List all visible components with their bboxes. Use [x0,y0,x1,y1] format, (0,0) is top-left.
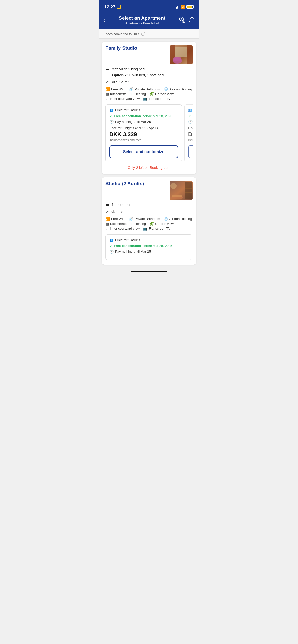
room-size-studio: ⤢ Size: 28 m² [105,210,193,214]
price-cards-wrapper-1: 👥 Price for 2 adults ✓ Free cancellation… [105,104,193,163]
svg-rect-13 [185,182,192,199]
bed-option-2: Option 2: 1 twin bed, 1 sofa bed [105,73,193,78]
price-card-s1: 👥 Price for 2 adults ✓ Free cancellation… [105,234,192,260]
amenity-s-garden-label: Garden view [155,222,174,226]
amenity-s-wifi-label: Free WiFi [111,217,125,221]
amenity-heating-label: Heating [134,92,146,96]
free-cancel-label-s1: Free cancellation [114,244,141,248]
free-cancel-s1: ✓ Free cancellation before Mar 28, 2025 [109,244,188,248]
garden-icon: 🌿 [150,92,154,96]
amenities-family-studio: 📶 Free WiFi 🚿 Private Bathroom ❄️ Air co… [105,87,193,101]
amenity-garden-label: Garden view [155,92,174,96]
adults-s1: 👥 Price for 2 adults [109,238,188,242]
tv-icon-s: 📺 [143,227,147,231]
amenity-row-2: ▦ Kitchenette ✓ Heating 🌿 Garden view [105,92,193,96]
amenity-wifi: 📶 Free WiFi [105,87,125,91]
status-time: 12.27 🌙 [104,4,122,10]
price-amount-2: DKK 4,100 [188,131,193,138]
price-amount-1: DKK 3,229 [109,131,178,138]
amenity-bathroom-label: Private Bathroom [134,87,160,91]
free-cancel-date-s1: before Mar 28, 2025 [142,244,172,248]
amenity-kitchenette: ▦ Kitchenette [105,92,127,96]
pay-nothing-text-s1: Pay nothing until Mar 25 [115,250,151,253]
size-text: Size: 34 m² [111,80,129,84]
size-text-2: Size: 28 m² [111,210,129,214]
wifi-icon: 📶 [105,87,110,91]
room-image-family-studio [170,45,193,64]
svg-point-19 [170,183,177,189]
pay-nothing-2: 🕐 Pay nothing until Mar 25 [188,120,193,124]
amenity-s-ac: ❄️ Air conditioning [164,217,192,221]
moon-icon: 🌙 [116,5,122,9]
amenity-tv: 📺 Flat-screen TV [143,97,170,101]
free-cancel-1: ✓ Free cancellation before Mar 28, 2025 [109,114,178,118]
free-cancel-date-1: before Mar 28, 2025 [142,114,172,118]
room-size-family-studio: ⤢ Size: 34 m² [105,80,193,84]
free-cancel-2: ✓ Free cancellation before Mar 28, 2025 [188,114,193,118]
kitchenette-icon: ▦ [105,92,109,96]
amenity-s-heating-label: Heating [134,222,146,226]
price-card-2: 👥 Price for 2 adults ✓ Free cancellation… [184,104,193,162]
bed-option-queen: 🛏 1 queen bed [105,202,193,208]
bed-icon-1: 🛏 [105,67,110,72]
select-button-2[interactable]: Select and customize [188,145,193,158]
bathroom-icon-s: 🚿 [129,217,133,221]
amenity-courtyard-label: Inner courtyard view [110,97,140,101]
battery-icon [186,5,194,9]
amenity-s-tv-label: Flat-screen TV [149,227,170,230]
check-icon-1: ✓ [109,114,112,118]
amenity-s-tv: 📺 Flat-screen TV [143,227,170,231]
price-cards-row-1: 👥 Price for 2 adults ✓ Free cancellation… [105,104,193,162]
amenity-garden: 🌿 Garden view [150,92,174,96]
back-button[interactable]: ‹ [103,17,105,24]
scarcity-1: Only 2 left on Booking.com [105,163,193,171]
share-icon[interactable] [189,16,195,24]
bed-text-2: Option 2: 1 twin bed, 1 sofa bed [112,73,164,78]
amenity-s-ac-label: Air conditioning [169,217,192,221]
check-icon-2: ✓ [188,114,191,118]
amenity-bathroom: 🚿 Private Bathroom [129,87,160,91]
price-includes-2: Includes taxes and fees [188,138,193,142]
adults-icon-1: 👥 [109,108,113,112]
bed-options-studio: 🛏 1 queen bed [105,202,193,208]
pay-nothing-1: 🕐 Pay nothing until Mar 25 [109,120,178,124]
tv-icon: 📺 [143,97,147,101]
svg-rect-8 [175,47,187,57]
bed-text-queen: 1 queen bed [112,202,131,208]
svg-rect-15 [185,188,192,189]
amenity-kitchenette-label: Kitchenette [110,92,127,96]
adults-text-1: Price for 2 adults [115,108,140,112]
status-icons: 📶 [175,5,194,9]
room-card-studio-2-adults: Studio (2 Adults) [102,177,196,265]
check-icon-heating: ✓ [130,92,133,96]
pay-nothing-text-1: Pay nothing until Mar 25 [115,120,151,124]
currency-icon[interactable]: € $ [179,16,185,24]
amenity-wifi-label: Free WiFi [111,87,125,91]
price-cards-wrapper-2: 👥 Price for 2 adults ✓ Free cancellation… [105,234,193,261]
amenity-row-3: ✓ Inner courtyard view 📺 Flat-screen TV [105,97,193,101]
page-subtitle: Apartments Breydelhof [119,21,165,25]
info-icon[interactable]: i [141,32,145,36]
garden-icon-s: 🌿 [150,222,154,226]
clock-icon-2: 🕐 [188,120,193,124]
signal-icon [175,5,179,9]
free-cancel-label-1: Free cancellation [114,114,141,118]
wifi-icon: 📶 [181,5,185,9]
price-card-1: 👥 Price for 2 adults ✓ Free cancellation… [105,104,182,162]
svg-rect-10 [173,57,181,61]
wifi-icon-s: 📶 [105,217,110,221]
select-button-1[interactable]: Select and customize [109,145,178,158]
amenity-tv-label: Flat-screen TV [149,97,170,101]
room-image-studio [170,181,193,200]
amenity-s-kitchenette-label: Kitchenette [110,222,127,226]
price-nights-1: Price for 3 nights (Apr 11 - Apr 14) [109,126,178,130]
amenity-heating: ✓ Heating [130,92,146,96]
price-notice-text: Prices converted to DKK [103,32,140,36]
bed-text-1: Option 1: 1 king bed [112,67,145,72]
ac-icon-s: ❄️ [164,217,168,221]
check-icon-s-courtyard: ✓ [105,227,109,231]
amenity-row-s1: 📶 Free WiFi 🚿 Private Bathroom ❄️ Air co… [105,217,193,221]
price-notice: Prices converted to DKK i [99,29,199,39]
adults-text-s1: Price for 2 adults [115,238,140,242]
amenity-s-courtyard: ✓ Inner courtyard view [105,227,140,231]
